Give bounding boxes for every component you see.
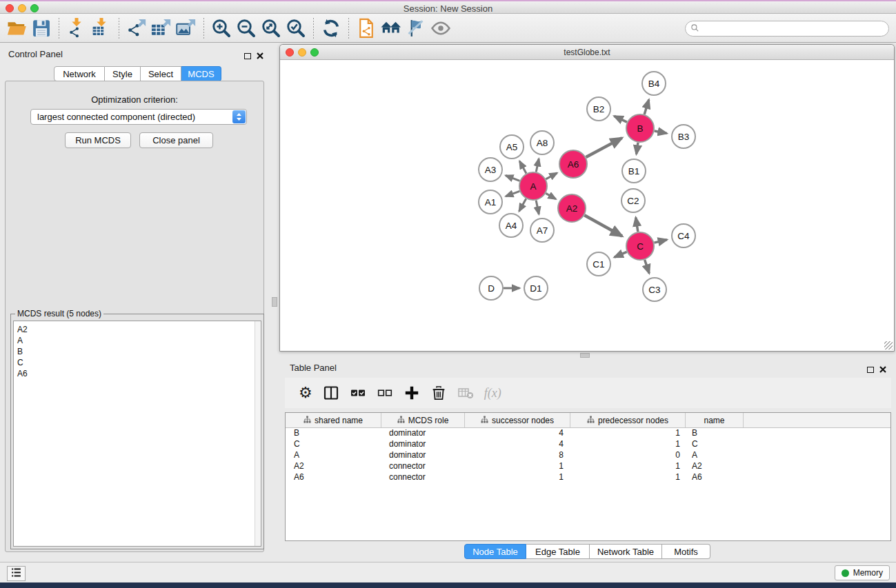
graph-edge-B-B2[interactable] bbox=[614, 116, 627, 122]
graph-node-label: B bbox=[637, 123, 643, 134]
memory-button[interactable]: Memory bbox=[835, 565, 890, 580]
tab-edge-table[interactable]: Edge Table bbox=[526, 544, 590, 559]
graph-edge-A-A4[interactable] bbox=[519, 199, 526, 211]
graph-edge-A-A1[interactable] bbox=[506, 191, 519, 196]
graph-node-label: B3 bbox=[678, 132, 690, 142]
graph-edge-B-B4[interactable] bbox=[644, 100, 649, 114]
graph-edge-C-C3[interactable] bbox=[645, 260, 650, 274]
toolbar-separator bbox=[119, 18, 119, 39]
node-table[interactable]: shared nameMCDS rolesuccessor nodesprede… bbox=[285, 412, 891, 541]
flag-toggle-icon[interactable] bbox=[404, 16, 428, 41]
delete-rows-icon[interactable] bbox=[430, 383, 447, 403]
list-icon bbox=[10, 567, 22, 581]
network-window-titlebar[interactable]: testGlobe.txt bbox=[280, 45, 894, 60]
graph-edge-A-A6[interactable] bbox=[546, 173, 557, 179]
add-column-icon[interactable] bbox=[404, 383, 420, 403]
deselect-all-rows-icon[interactable] bbox=[377, 383, 393, 403]
graph-edge-A-A3[interactable] bbox=[506, 176, 519, 181]
table-row[interactable]: Bdominator41B bbox=[286, 428, 890, 439]
column-header-successor-nodes[interactable]: successor nodes bbox=[465, 413, 570, 427]
horizontal-split-grip[interactable] bbox=[580, 353, 590, 358]
control-panel-tabs: NetworkStyleSelectMCDS bbox=[54, 66, 221, 81]
graph-node-label: A6 bbox=[568, 159, 579, 170]
column-header-shared-name[interactable]: shared name bbox=[286, 413, 381, 427]
float-panel-icon[interactable] bbox=[244, 53, 251, 59]
refresh-icon[interactable] bbox=[319, 16, 344, 41]
zoom-selected-icon[interactable] bbox=[283, 16, 308, 41]
result-list-item[interactable]: A2 bbox=[17, 324, 261, 335]
tab-style[interactable]: Style bbox=[105, 66, 141, 81]
graph-edge-A-A2[interactable] bbox=[546, 193, 556, 199]
window-resize-grip[interactable] bbox=[884, 341, 893, 349]
eye-toggle-icon[interactable] bbox=[428, 16, 453, 41]
mcds-result-groupbox: MCDS result (5 nodes) A2ABCA6 bbox=[10, 314, 264, 549]
graph-edge-B-B1[interactable] bbox=[637, 143, 638, 154]
search-input[interactable] bbox=[699, 24, 888, 34]
export-network-icon[interactable] bbox=[124, 16, 149, 41]
run-mcds-button[interactable]: Run MCDS bbox=[65, 132, 131, 148]
graph-edge-C-C4[interactable] bbox=[654, 240, 667, 243]
column-header-predecessor-nodes[interactable]: predecessor nodes bbox=[570, 413, 686, 427]
table-row[interactable]: A6connector11A6 bbox=[286, 472, 890, 483]
table-cell: A bbox=[686, 450, 744, 461]
graph-node-label: C3 bbox=[648, 285, 660, 295]
table-cell: dominator bbox=[381, 450, 465, 461]
new-network-document-icon[interactable] bbox=[354, 16, 379, 41]
tab-select[interactable]: Select bbox=[141, 66, 181, 81]
zoom-in-icon[interactable] bbox=[209, 16, 234, 41]
tab-mcds[interactable]: MCDS bbox=[181, 66, 221, 81]
search-field[interactable] bbox=[685, 21, 889, 37]
save-session-icon[interactable] bbox=[29, 16, 54, 41]
graph-edge-A2-C[interactable] bbox=[584, 215, 622, 236]
graph-node-label: A4 bbox=[506, 221, 517, 231]
column-header-MCDS-role[interactable]: MCDS role bbox=[381, 413, 465, 427]
zoom-fit-icon[interactable] bbox=[259, 16, 283, 41]
home-views-icon[interactable] bbox=[379, 16, 404, 41]
tab-network[interactable]: Network bbox=[54, 66, 105, 81]
result-list-item[interactable]: A bbox=[17, 335, 261, 346]
delete-column-icon bbox=[457, 383, 474, 403]
float-table-panel-icon[interactable] bbox=[867, 367, 874, 373]
export-table-icon[interactable] bbox=[149, 16, 174, 41]
import-network-icon[interactable] bbox=[64, 16, 89, 41]
column-visibility-icon[interactable] bbox=[323, 383, 339, 403]
column-header-name[interactable]: name bbox=[686, 413, 744, 427]
tab-node-table[interactable]: Node Table bbox=[464, 544, 526, 559]
close-panel-icon[interactable] bbox=[257, 50, 263, 62]
tab-motifs[interactable]: Motifs bbox=[662, 544, 710, 559]
tab-network-table[interactable]: Network Table bbox=[590, 544, 662, 559]
graph-edge-A6-B[interactable] bbox=[586, 138, 622, 157]
table-row[interactable]: A2connector11A2 bbox=[286, 461, 890, 472]
memory-status-dot bbox=[842, 569, 849, 577]
mcds-result-list[interactable]: A2ABCA6 bbox=[13, 321, 261, 547]
table-row[interactable]: Cdominator41C bbox=[286, 439, 890, 450]
zoom-out-icon[interactable] bbox=[234, 16, 259, 41]
shared-column-icon bbox=[481, 416, 488, 425]
graph-edge-B-B3[interactable] bbox=[655, 131, 667, 133]
table-cell: 1 bbox=[570, 439, 686, 450]
graph-edge-C-C2[interactable] bbox=[636, 217, 638, 232]
network-canvas[interactable]: AA1A2A3A4A5A6A7A8BB1B2B3B4CC1C2C3C4DD1 bbox=[280, 60, 894, 351]
result-list-item[interactable]: A6 bbox=[17, 368, 261, 379]
close-table-panel-icon[interactable] bbox=[879, 363, 886, 376]
result-list-item[interactable]: C bbox=[17, 357, 261, 368]
graph-edge-C-C1[interactable] bbox=[615, 252, 627, 257]
result-scrollbar[interactable] bbox=[255, 321, 261, 546]
show-panels-button[interactable] bbox=[7, 566, 26, 581]
graph-edge-A-A5[interactable] bbox=[519, 161, 526, 174]
graph-edge-A-A7[interactable] bbox=[536, 201, 539, 214]
open-session-icon[interactable] bbox=[4, 16, 29, 41]
mcds-panel: Optimization criterion: largest connecte… bbox=[5, 81, 264, 552]
table-settings-icon[interactable]: ⚙ bbox=[299, 383, 312, 403]
select-all-rows-icon[interactable] bbox=[350, 383, 366, 403]
table-cell: C bbox=[286, 439, 381, 450]
graph-edge-A-A8[interactable] bbox=[536, 159, 539, 172]
import-table-icon[interactable] bbox=[89, 16, 114, 41]
export-image-icon[interactable] bbox=[174, 16, 199, 41]
table-row[interactable]: Adominator80A bbox=[286, 450, 890, 461]
result-list-item[interactable]: B bbox=[17, 346, 261, 357]
table-cell: B bbox=[286, 428, 381, 439]
vertical-split-grip[interactable] bbox=[272, 297, 277, 307]
close-panel-button[interactable]: Close panel bbox=[139, 132, 213, 148]
criterion-dropdown[interactable]: largest connected component (directed) bbox=[30, 109, 247, 125]
